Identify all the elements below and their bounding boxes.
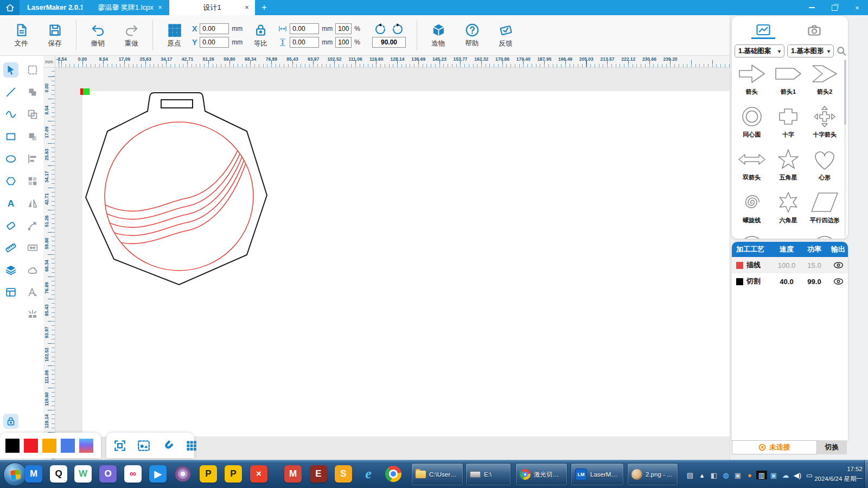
shape-parallelogram[interactable]: 平行四边形: [807, 188, 843, 231]
shape-star-6[interactable]: 六角星: [770, 188, 806, 231]
subcategory-dropdown[interactable]: 1.基本图形 ▾: [787, 44, 834, 57]
shape-arrow-right[interactable]: 箭头: [733, 60, 770, 102]
weld-tool-button[interactable]: [25, 85, 40, 100]
window-close-button[interactable]: ×: [846, 0, 868, 15]
taskbar-icon-bird[interactable]: ▶: [149, 465, 167, 483]
shape-heart[interactable]: 心形: [807, 145, 843, 188]
polygon-tool-button[interactable]: [3, 174, 18, 189]
taskbar-icon-pdf-reader[interactable]: M: [284, 465, 302, 483]
window-maximize-button[interactable]: [824, 0, 845, 15]
text-tool-button[interactable]: A: [3, 196, 18, 211]
taskbar-icon-x-app[interactable]: ×: [250, 465, 267, 483]
taskbar-icon-mstation[interactable]: M: [25, 465, 42, 483]
shape-double-arrow[interactable]: 双箭头: [733, 145, 770, 188]
taskbar-window-4[interactable]: LMLaserMak...: [571, 463, 624, 486]
tray-usb-icon[interactable]: ◧: [709, 470, 719, 480]
cloud-tool-button[interactable]: [25, 262, 40, 278]
color-swatch-0[interactable]: [5, 439, 20, 453]
show-desktop-button[interactable]: [864, 460, 868, 488]
medal-engrave-waves[interactable]: [98, 119, 250, 243]
layer-color-swatch[interactable]: [736, 262, 743, 269]
marquee-tool-button[interactable]: [25, 62, 40, 78]
shape-star-5[interactable]: 五角星: [770, 145, 806, 188]
switch-device-button[interactable]: 切换: [817, 440, 847, 454]
duplicate-tool-button[interactable]: [25, 107, 40, 122]
medal-design[interactable]: [81, 88, 277, 294]
tray-stats-icon[interactable]: ▥: [756, 471, 767, 479]
layer-speed[interactable]: 40.0: [773, 278, 800, 286]
shape-arc[interactable]: [807, 231, 843, 239]
grid-tool-button[interactable]: [184, 439, 199, 453]
save-button[interactable]: 保存: [38, 23, 72, 48]
taskbar-icon-pd[interactable]: P: [225, 465, 242, 483]
feedback-button[interactable]: 反馈: [489, 23, 522, 48]
taskbar-icon-ie[interactable]: e: [360, 465, 377, 483]
shape-arrow-pentagon[interactable]: 箭头1: [770, 60, 806, 102]
shape-cross[interactable]: 十字: [770, 102, 806, 145]
process-row[interactable]: 描线100.015.0: [732, 257, 848, 273]
medal-cut-outline[interactable]: [86, 93, 267, 285]
height-percent-input[interactable]: [335, 37, 352, 48]
shape-arrow-chevron[interactable]: 箭头2: [807, 60, 843, 102]
home-button[interactable]: [0, 0, 20, 15]
canvas-lock-button[interactable]: [3, 414, 18, 429]
help-button[interactable]: 帮助: [455, 23, 489, 48]
rectangle-tool-button[interactable]: [3, 129, 18, 144]
layer-power[interactable]: 99.0: [800, 278, 828, 286]
y-input[interactable]: [200, 37, 229, 48]
mirror-tool-button[interactable]: [25, 196, 40, 211]
shape-arc[interactable]: [733, 231, 770, 239]
layer-output-toggle[interactable]: [828, 261, 848, 269]
shape-spiral[interactable]: 螺旋线: [733, 188, 770, 231]
align-tool-button[interactable]: [25, 151, 40, 166]
medal-slot-cutout[interactable]: [161, 100, 193, 108]
select-tool-button[interactable]: [3, 62, 18, 78]
layer-color-swatch[interactable]: [736, 278, 743, 285]
ellipse-tool-button[interactable]: [3, 151, 18, 166]
dimension-tool-button[interactable]: [25, 240, 40, 255]
taskbar-icon-qq[interactable]: Q: [50, 465, 67, 483]
medal-engrave-circle[interactable]: [105, 122, 253, 271]
subtract-tool-button[interactable]: [25, 129, 40, 144]
curve-tool-button[interactable]: [3, 107, 18, 122]
start-button-windows[interactable]: [3, 463, 27, 486]
taskbar-window-1[interactable]: C:\Users\...: [411, 463, 463, 486]
tab-document-2-active[interactable]: 设计1 ×: [169, 0, 255, 15]
taskbar-icon-wechat[interactable]: W: [74, 465, 92, 483]
layers-tool-button[interactable]: [3, 262, 18, 278]
tray-keyboard-icon[interactable]: ▤: [685, 470, 695, 480]
tray-security-icon[interactable]: ▣: [732, 470, 743, 480]
file-button[interactable]: 文件: [4, 23, 38, 48]
design-canvas[interactable]: [55, 68, 730, 460]
undo-button[interactable]: 撤销: [81, 23, 114, 48]
explode-tool-button[interactable]: [25, 307, 40, 322]
x-input[interactable]: [200, 23, 229, 34]
ratio-lock-button[interactable]: 等比: [248, 23, 273, 48]
taskbar-icon-pdf-editor[interactable]: E: [310, 465, 327, 483]
tray-show-hidden-icon[interactable]: ▴: [697, 470, 707, 480]
shape-blank[interactable]: [770, 231, 806, 239]
taskbar-icon-browser-purple[interactable]: O: [99, 465, 117, 483]
tab-close-icon[interactable]: ×: [156, 0, 164, 15]
category-dropdown[interactable]: 1.基础图案 ▾: [735, 44, 784, 57]
tray-cloud-icon[interactable]: ☁: [780, 470, 791, 480]
tab-close-icon[interactable]: ×: [243, 0, 251, 15]
height-input[interactable]: [290, 37, 319, 48]
width-input[interactable]: [290, 23, 319, 34]
tray-windows-sync-icon[interactable]: ▣: [768, 470, 779, 480]
taskbar-icon-chrome[interactable]: [385, 465, 402, 483]
rotation-input[interactable]: [372, 37, 406, 48]
connection-status[interactable]: 未连接: [732, 440, 817, 454]
node-edit-tool-button[interactable]: [25, 218, 40, 233]
table-tool-button[interactable]: [3, 285, 18, 300]
taskbar-icon-orange-app[interactable]: S: [335, 465, 352, 483]
taskbar-window-2[interactable]: E:\: [465, 463, 511, 486]
tab-patterns[interactable]: [751, 22, 775, 39]
magnet-tool-button[interactable]: [161, 439, 175, 453]
layer-speed[interactable]: 100.0: [773, 261, 800, 269]
taskbar-window-3[interactable]: 激光切割...: [515, 463, 567, 486]
rotate-ccw-icon[interactable]: [374, 23, 387, 36]
fit-view-tool-button[interactable]: [137, 439, 151, 453]
taskbar-icon-app-rings[interactable]: ∞: [124, 465, 142, 483]
search-icon[interactable]: [836, 46, 847, 56]
